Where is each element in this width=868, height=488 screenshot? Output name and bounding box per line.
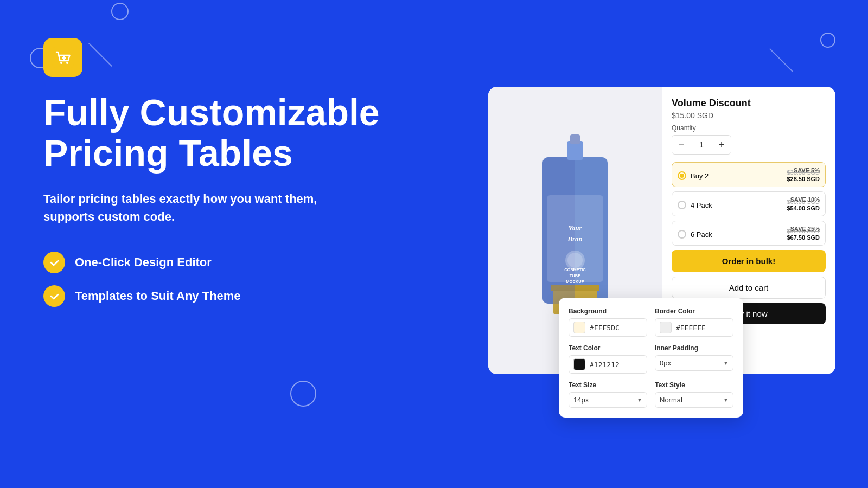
- feature-list: One-Click Design Editor Templates to Sui…: [43, 252, 412, 307]
- product-card: Your Bran COSMETIC TUBE MOCKUP Volume Di…: [488, 87, 835, 374]
- radio-6pack: [678, 230, 686, 239]
- option-name-2: 4 Pack: [691, 201, 712, 209]
- feature-label-2: Templates to Suit Any Theme: [75, 289, 241, 303]
- quantity-increase-button[interactable]: +: [712, 136, 731, 154]
- feature-item-2: Templates to Suit Any Theme: [43, 285, 412, 307]
- svg-point-13: [567, 253, 583, 268]
- price-discounted-1: $28.50 SGD: [787, 176, 820, 182]
- text-color-label: Text Color: [569, 344, 647, 352]
- text-size-select[interactable]: 14px ▼: [569, 392, 647, 408]
- border-color-input[interactable]: #EEEEEE: [655, 318, 733, 337]
- inner-padding-chevron: ▼: [723, 360, 729, 366]
- cart-icon: [52, 47, 74, 68]
- text-style-value: Normal: [660, 396, 682, 404]
- pricing-option-buy2[interactable]: SAVE 5% Buy 2 $30.00 SGD $28.50 SGD: [672, 162, 826, 187]
- background-field: Background #FFF5DC: [569, 307, 647, 337]
- background-color-input[interactable]: #FFF5DC: [569, 318, 647, 337]
- text-size-label: Text Size: [569, 381, 647, 389]
- pricing-option-6pack[interactable]: SAVE 25% 6 Pack $90.00 SGD $67.50 SGD: [672, 221, 826, 246]
- svg-point-1: [60, 62, 62, 64]
- text-color-input[interactable]: #121212: [569, 355, 647, 374]
- order-bulk-button[interactable]: Order in bulk!: [672, 250, 826, 272]
- deco-line-right: [769, 48, 793, 72]
- background-color-value: #FFF5DC: [590, 324, 620, 332]
- app-icon: [43, 38, 82, 77]
- text-color-swatch: [573, 358, 585, 370]
- inner-padding-value: 0px: [660, 359, 671, 367]
- add-to-cart-button[interactable]: Add to cart: [672, 277, 826, 299]
- svg-rect-18: [570, 134, 580, 144]
- svg-text:COSMETIC: COSMETIC: [564, 267, 586, 272]
- border-color-field: Border Color #EEEEEE: [655, 307, 733, 337]
- text-size-value: 14px: [573, 396, 589, 404]
- product-price: $15.00 SGD: [672, 111, 826, 120]
- border-color-value: #EEEEEE: [676, 324, 706, 332]
- price-discounted-2: $54.00 SGD: [787, 205, 820, 211]
- svg-text:TUBE: TUBE: [570, 273, 580, 278]
- text-style-chevron: ▼: [723, 397, 729, 403]
- background-label: Background: [569, 307, 647, 315]
- save-badge-1: SAVE 5%: [794, 167, 820, 174]
- deco-circle-top: [111, 3, 129, 20]
- check-icon-2: [43, 285, 65, 307]
- svg-text:Bran: Bran: [567, 235, 582, 243]
- quantity-label: Quantity: [672, 124, 826, 132]
- text-size-field: Text Size 14px ▼: [569, 381, 647, 408]
- quantity-decrease-button[interactable]: −: [672, 136, 691, 154]
- check-icon-1: [43, 252, 65, 273]
- subheadline: Tailor pricing tables exactly how you wa…: [43, 190, 347, 226]
- svg-text:MOCKUP: MOCKUP: [566, 279, 584, 284]
- text-size-chevron: ▼: [637, 397, 642, 403]
- text-color-field: Text Color #121212: [569, 344, 647, 374]
- product-title: Volume Discount: [672, 98, 826, 109]
- option-name-3: 6 Pack: [691, 230, 712, 239]
- left-section: Fully Customizable Pricing Tables Tailor…: [43, 38, 412, 307]
- deco-circle-right: [820, 33, 835, 48]
- background-color-swatch: [573, 322, 585, 333]
- deco-circle-bottom: [290, 381, 316, 407]
- text-style-label: Text Style: [655, 381, 733, 389]
- inner-padding-label: Inner Padding: [655, 344, 733, 352]
- svg-text:Your: Your: [568, 224, 582, 232]
- radio-buy2: [678, 171, 686, 180]
- feature-item-1: One-Click Design Editor: [43, 252, 412, 273]
- save-badge-2: SAVE 10%: [790, 196, 820, 203]
- inner-padding-field: Inner Padding 0px ▼: [655, 344, 733, 374]
- text-style-select[interactable]: Normal ▼: [655, 392, 733, 408]
- pricing-option-4pack[interactable]: SAVE 10% 4 Pack $60.00 SGD $54.00 SGD: [672, 191, 826, 216]
- option-name-1: Buy 2: [691, 172, 709, 180]
- quantity-control: − 1 +: [672, 135, 731, 155]
- svg-point-2: [66, 62, 68, 64]
- text-style-field: Text Style Normal ▼: [655, 381, 733, 408]
- save-badge-3: SAVE 25%: [790, 226, 820, 232]
- main-headline: Fully Customizable Pricing Tables: [43, 92, 412, 174]
- text-color-value: #121212: [590, 361, 620, 369]
- radio-4pack: [678, 201, 686, 209]
- popup-grid: Background #FFF5DC Border Color #EEEEEE …: [569, 307, 733, 408]
- price-discounted-3: $67.50 SGD: [787, 234, 820, 241]
- feature-label-1: One-Click Design Editor: [75, 255, 212, 269]
- quantity-value: 1: [691, 136, 712, 154]
- border-color-label: Border Color: [655, 307, 733, 315]
- border-color-swatch: [660, 322, 672, 333]
- color-picker-popup: Background #FFF5DC Border Color #EEEEEE …: [559, 298, 743, 418]
- inner-padding-select[interactable]: 0px ▼: [655, 355, 733, 371]
